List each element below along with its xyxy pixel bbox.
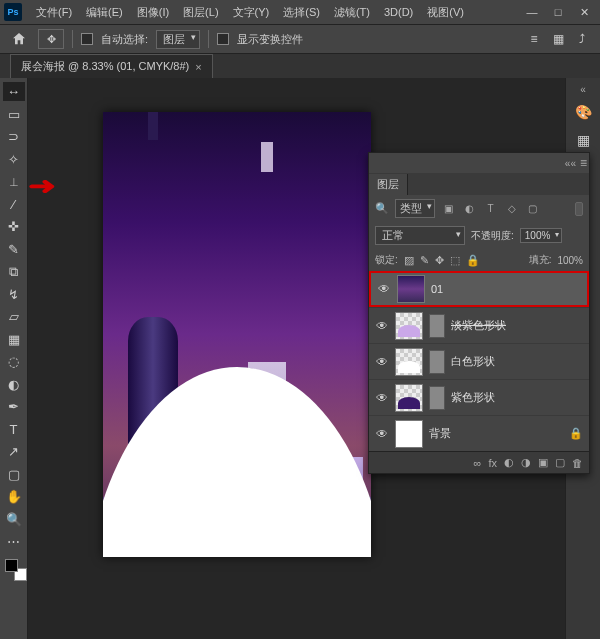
layer-item[interactable]: 👁淡紫色形状 bbox=[369, 307, 589, 343]
filter-toggle[interactable] bbox=[575, 202, 583, 216]
hand-tool[interactable]: ✋ bbox=[3, 487, 25, 506]
window-maximize-button[interactable]: □ bbox=[546, 3, 570, 21]
eyedropper-tool[interactable]: ⁄ bbox=[3, 195, 25, 214]
window-minimize-button[interactable]: — bbox=[520, 3, 544, 21]
type-tool[interactable]: T bbox=[3, 420, 25, 439]
layer-filter-row: 🔍 类型 ▣ ◐ T ◇ ▢ bbox=[369, 195, 589, 222]
layer-item[interactable]: 👁紫色形状 bbox=[369, 379, 589, 415]
lock-all-icon[interactable]: 🔒 bbox=[466, 254, 480, 267]
lock-artboard-icon[interactable]: ⬚ bbox=[450, 254, 460, 267]
menu-3d[interactable]: 3D(D) bbox=[378, 4, 419, 20]
collapse-chevron-icon[interactable]: « bbox=[580, 84, 586, 95]
history-brush-tool[interactable]: ↯ bbox=[3, 285, 25, 304]
eraser-tool[interactable]: ▱ bbox=[3, 307, 25, 326]
filter-adjust-icon[interactable]: ◐ bbox=[462, 201, 477, 216]
visibility-eye-icon[interactable]: 👁 bbox=[375, 391, 389, 405]
document-tab-title: 展会海报 @ 8.33% (01, CMYK/8#) bbox=[21, 59, 189, 74]
visibility-eye-icon[interactable]: 👁 bbox=[375, 355, 389, 369]
filter-pixel-icon[interactable]: ▣ bbox=[441, 201, 456, 216]
document-tab-close[interactable]: × bbox=[195, 61, 201, 73]
home-button[interactable] bbox=[8, 28, 30, 50]
visibility-eye-icon[interactable]: 👁 bbox=[375, 319, 389, 333]
lock-position-icon[interactable]: ✥ bbox=[435, 254, 444, 267]
panel-menu-icon[interactable]: ≡ bbox=[580, 156, 587, 170]
delete-layer-icon[interactable]: 🗑 bbox=[572, 457, 583, 469]
layer-fx-icon[interactable]: fx bbox=[488, 457, 497, 469]
layer-name[interactable]: 紫色形状 bbox=[451, 390, 495, 405]
document-tab[interactable]: 展会海报 @ 8.33% (01, CMYK/8#) × bbox=[10, 54, 213, 78]
clone-stamp-tool[interactable]: ⧉ bbox=[3, 262, 25, 281]
healing-brush-tool[interactable]: ✜ bbox=[3, 217, 25, 236]
layer-thumbnail[interactable] bbox=[395, 312, 423, 340]
brush-tool[interactable]: ✎ bbox=[3, 240, 25, 259]
search-icon[interactable]: 🔍 bbox=[375, 202, 389, 215]
color-panel-icon[interactable]: 🎨 bbox=[572, 101, 594, 123]
menu-layer[interactable]: 图层(L) bbox=[177, 3, 224, 22]
layer-item[interactable]: 👁背景🔒 bbox=[369, 415, 589, 451]
path-select-tool[interactable]: ↗ bbox=[3, 442, 25, 461]
layer-thumbnail[interactable] bbox=[395, 420, 423, 448]
layer-thumbnail[interactable] bbox=[397, 275, 425, 303]
menu-file[interactable]: 文件(F) bbox=[30, 3, 78, 22]
lasso-tool[interactable]: ⊃ bbox=[3, 127, 25, 146]
menu-edit[interactable]: 编辑(E) bbox=[80, 3, 129, 22]
menu-filter[interactable]: 滤镜(T) bbox=[328, 3, 376, 22]
add-mask-icon[interactable]: ◐ bbox=[504, 456, 514, 469]
opacity-input[interactable]: 100% bbox=[520, 228, 562, 243]
filter-smart-icon[interactable]: ▢ bbox=[525, 201, 540, 216]
magic-wand-tool[interactable]: ✧ bbox=[3, 150, 25, 169]
lock-pixels-icon[interactable]: ✎ bbox=[420, 254, 429, 267]
tool-preset-dropdown[interactable]: ✥ bbox=[38, 29, 64, 49]
menu-select[interactable]: 选择(S) bbox=[277, 3, 326, 22]
layer-item[interactable]: 👁白色形状 bbox=[369, 343, 589, 379]
menu-view[interactable]: 视图(V) bbox=[421, 3, 470, 22]
edit-toolbar[interactable]: ⋯ bbox=[3, 532, 25, 551]
link-layers-icon[interactable]: ∞ bbox=[474, 457, 482, 469]
auto-select-target-dropdown[interactable]: 图层 bbox=[156, 30, 200, 49]
crop-tool[interactable]: ⟂ bbox=[3, 172, 25, 191]
move-tool[interactable]: ↔ bbox=[3, 82, 25, 101]
blur-tool[interactable]: ◌ bbox=[3, 352, 25, 371]
color-swatches[interactable] bbox=[5, 559, 23, 577]
visibility-eye-icon[interactable]: 👁 bbox=[377, 282, 391, 296]
zoom-tool[interactable]: 🔍 bbox=[3, 510, 25, 529]
layer-name[interactable]: 白色形状 bbox=[451, 354, 495, 369]
document-canvas[interactable] bbox=[103, 112, 371, 557]
lock-transparency-icon[interactable]: ▨ bbox=[404, 254, 414, 267]
panel-collapse-icon[interactable]: «« bbox=[565, 158, 576, 169]
filter-text-icon[interactable]: T bbox=[483, 201, 498, 216]
pen-tool[interactable]: ✒ bbox=[3, 397, 25, 416]
layer-name[interactable]: 淡紫色形状 bbox=[451, 318, 506, 333]
align-icon[interactable]: ≡ bbox=[524, 29, 544, 49]
filter-shape-icon[interactable]: ◇ bbox=[504, 201, 519, 216]
swatches-panel-icon[interactable]: ▦ bbox=[572, 129, 594, 151]
auto-select-checkbox[interactable] bbox=[81, 33, 93, 45]
auto-select-label: 自动选择: bbox=[101, 32, 148, 47]
filter-kind-dropdown[interactable]: 类型 bbox=[395, 199, 435, 218]
layer-name[interactable]: 01 bbox=[431, 283, 443, 295]
layer-name[interactable]: 背景 bbox=[429, 426, 451, 441]
layer-thumbnail[interactable] bbox=[395, 348, 423, 376]
marquee-tool[interactable]: ▭ bbox=[3, 105, 25, 124]
layer-mask-thumbnail[interactable] bbox=[429, 386, 445, 410]
rectangle-tool[interactable]: ▢ bbox=[3, 465, 25, 484]
gradient-tool[interactable]: ▦ bbox=[3, 330, 25, 349]
layer-item[interactable]: 👁01 bbox=[369, 271, 589, 307]
new-layer-icon[interactable]: ▢ bbox=[555, 456, 565, 469]
layer-thumbnail[interactable] bbox=[395, 384, 423, 412]
fill-input[interactable]: 100% bbox=[557, 255, 583, 266]
menu-image[interactable]: 图像(I) bbox=[131, 3, 175, 22]
visibility-eye-icon[interactable]: 👁 bbox=[375, 427, 389, 441]
window-close-button[interactable]: ✕ bbox=[572, 3, 596, 21]
new-group-icon[interactable]: ▣ bbox=[538, 456, 548, 469]
3d-mode-icon[interactable]: ▦ bbox=[548, 29, 568, 49]
add-adjustment-icon[interactable]: ◑ bbox=[521, 456, 531, 469]
layers-tab[interactable]: 图层 bbox=[369, 174, 408, 195]
layer-mask-thumbnail[interactable] bbox=[429, 350, 445, 374]
layer-mask-thumbnail[interactable] bbox=[429, 314, 445, 338]
share-icon[interactable]: ⤴ bbox=[572, 29, 592, 49]
menu-type[interactable]: 文字(Y) bbox=[227, 3, 276, 22]
show-transform-checkbox[interactable] bbox=[217, 33, 229, 45]
blend-mode-dropdown[interactable]: 正常 bbox=[375, 226, 465, 245]
dodge-tool[interactable]: ◐ bbox=[3, 375, 25, 394]
